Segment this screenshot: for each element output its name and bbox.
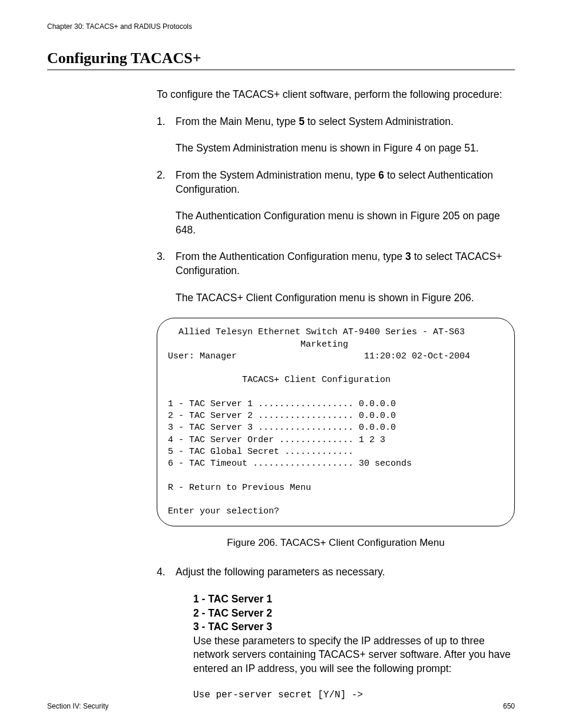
step-sub: The Authentication Configuration menu is… bbox=[176, 209, 515, 237]
param-title-1: 1 - TAC Server 1 bbox=[193, 592, 515, 607]
terminal-line: Marketing bbox=[168, 340, 348, 350]
terminal-screen: Allied Telesyn Ethernet Switch AT-9400 S… bbox=[157, 318, 515, 526]
step-number: 1. bbox=[157, 115, 166, 129]
step-text-post: to select System Administration. bbox=[305, 116, 454, 127]
step-sub: The TACACS+ Client Configuration menu is… bbox=[176, 291, 515, 305]
footer-page-number: 650 bbox=[503, 702, 515, 710]
param-title-3: 3 - TAC Server 3 bbox=[193, 620, 515, 634]
figure-caption: Figure 206. TACACS+ Client Configuration… bbox=[157, 537, 515, 549]
step-number: 3. bbox=[157, 250, 166, 264]
terminal-line: User: Manager 11:20:02 02-Oct-2004 bbox=[168, 351, 470, 361]
step-bold: 3 bbox=[405, 251, 411, 262]
step-4: 4. Adjust the following parameters as ne… bbox=[157, 565, 515, 701]
terminal-line: TACACS+ Client Configuration bbox=[168, 375, 391, 385]
chapter-header: Chapter 30: TACACS+ and RADIUS Protocols bbox=[47, 22, 515, 31]
intro-paragraph: To configure the TACACS+ client software… bbox=[157, 88, 515, 102]
step-3: 3. From the Authentication Configuration… bbox=[157, 250, 515, 305]
step-number: 4. bbox=[157, 565, 166, 579]
step-text-pre: From the Main Menu, type bbox=[176, 116, 299, 127]
step-text-pre: From the Authentication Configuration me… bbox=[176, 251, 405, 262]
step-sub: The System Administration menu is shown … bbox=[176, 141, 515, 156]
terminal-line: 5 - TAC Global Secret ............. bbox=[168, 447, 353, 457]
terminal-line: 1 - TAC Server 1 .................. 0.0.… bbox=[168, 399, 396, 409]
param-prompt: Use per-server secret [Y/N] -> bbox=[193, 689, 515, 702]
step-bold: 5 bbox=[299, 116, 305, 127]
section-title: Configuring TACACS+ bbox=[47, 50, 515, 70]
terminal-line: Enter your selection? bbox=[168, 506, 279, 516]
footer-section: Section IV: Security bbox=[47, 702, 108, 710]
step-1: 1. From the Main Menu, type 5 to select … bbox=[157, 115, 515, 156]
terminal-line: 2 - TAC Server 2 .................. 0.0.… bbox=[168, 411, 396, 421]
step-number: 2. bbox=[157, 169, 166, 183]
param-description: Use these parameters to specify the IP a… bbox=[193, 634, 515, 676]
terminal-line: 3 - TAC Server 3 .................. 0.0.… bbox=[168, 423, 396, 433]
terminal-line: 4 - TAC Server Order .............. 1 2 … bbox=[168, 435, 385, 445]
terminal-line: R - Return to Previous Menu bbox=[168, 483, 311, 493]
terminal-line: 6 - TAC Timeout ................... 30 s… bbox=[168, 459, 412, 469]
terminal-line: Allied Telesyn Ethernet Switch AT-9400 S… bbox=[168, 327, 465, 337]
step-bold: 6 bbox=[378, 169, 384, 181]
step-2: 2. From the System Administration menu, … bbox=[157, 169, 515, 238]
step-text-pre: From the System Administration menu, typ… bbox=[176, 169, 378, 181]
step-text: Adjust the following parameters as neces… bbox=[176, 566, 385, 578]
param-title-2: 2 - TAC Server 2 bbox=[193, 607, 515, 621]
